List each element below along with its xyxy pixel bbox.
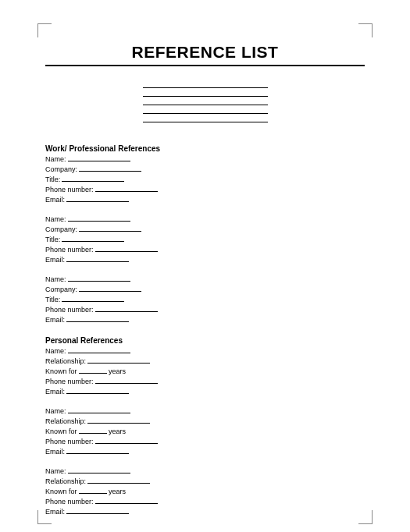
field-email: Email:: [45, 387, 365, 397]
blank-underline: [79, 427, 107, 434]
field-phone: Phone number:: [45, 305, 365, 315]
blank-underline: [95, 497, 158, 504]
blank-underline: [79, 487, 107, 494]
field-phone: Phone number:: [45, 377, 365, 387]
blank-underline: [66, 315, 129, 322]
blank-underline: [87, 356, 150, 364]
field-phone: Phone number:: [45, 185, 365, 195]
field-relationship: Relationship:: [45, 356, 365, 367]
blank-line: [143, 89, 268, 97]
blank-underline: [87, 417, 150, 424]
work-section-heading: Work/ Professional References: [45, 144, 365, 153]
field-name: Name:: [45, 215, 365, 225]
field-name: Name:: [45, 154, 365, 165]
blank-underline: [79, 165, 141, 172]
personal-section-heading: Personal References: [45, 336, 365, 345]
field-company: Company:: [45, 285, 365, 295]
blank-underline: [68, 346, 130, 353]
blank-line: [143, 80, 268, 88]
field-email: Email:: [45, 195, 365, 205]
field-relationship: Relationship:: [45, 417, 365, 427]
blank-underline: [66, 507, 129, 514]
crop-mark-tl: [37, 23, 52, 37]
blank-underline: [62, 175, 124, 182]
field-phone: Phone number:: [45, 245, 365, 255]
work-reference-entry: Name: Company: Title: Phone number: Emai…: [45, 215, 365, 265]
blank-underline: [68, 406, 130, 413]
work-reference-entry: Name: Company: Title: Phone number: Emai…: [45, 275, 365, 325]
field-email: Email:: [45, 315, 365, 325]
field-title: Title:: [45, 235, 365, 245]
blank-underline: [95, 245, 158, 252]
blank-underline: [95, 305, 158, 312]
blank-line: [143, 106, 268, 114]
blank-underline: [66, 387, 129, 394]
field-company: Company:: [45, 225, 365, 235]
blank-underline: [68, 154, 130, 161]
page-title: REFERENCE LIST: [45, 43, 365, 66]
field-phone: Phone number:: [45, 437, 365, 447]
page: REFERENCE LIST Work/ Professional Refere…: [0, 0, 410, 532]
blank-underline: [66, 255, 129, 262]
blank-underline: [68, 275, 130, 282]
blank-underline: [79, 225, 141, 232]
field-title: Title:: [45, 295, 365, 305]
personal-reference-entry: Name: Relationship: Known for years Phon…: [45, 466, 365, 517]
crop-mark-br: [358, 510, 373, 524]
field-name: Name:: [45, 275, 365, 285]
blank-underline: [62, 235, 124, 242]
field-email: Email:: [45, 507, 365, 517]
personal-reference-entry: Name: Relationship: Known for years Phon…: [45, 346, 365, 397]
blank-underline: [68, 466, 130, 473]
field-name: Name:: [45, 466, 365, 477]
field-known-for: Known for years: [45, 487, 365, 497]
header-blank-lines: [143, 80, 268, 122]
field-relationship: Relationship:: [45, 477, 365, 487]
blank-underline: [87, 477, 150, 484]
blank-underline: [95, 437, 158, 444]
field-email: Email:: [45, 255, 365, 265]
blank-underline: [95, 377, 158, 384]
blank-underline: [66, 447, 129, 454]
blank-underline: [62, 295, 124, 302]
field-name: Name:: [45, 346, 365, 356]
crop-mark-tr: [358, 23, 373, 37]
crop-mark-bl: [37, 510, 52, 524]
field-name: Name:: [45, 406, 365, 417]
blank-line: [143, 98, 268, 105]
blank-underline: [79, 285, 141, 292]
field-company: Company:: [45, 165, 365, 175]
field-email: Email:: [45, 447, 365, 457]
field-known-for: Known for years: [45, 427, 365, 437]
work-reference-entry: Name: Company: Title: Phone number: Emai…: [45, 154, 365, 205]
blank-underline: [68, 215, 130, 222]
blank-underline: [79, 367, 107, 374]
field-phone: Phone number:: [45, 497, 365, 507]
personal-reference-entry: Name: Relationship: Known for years Phon…: [45, 406, 365, 457]
blank-underline: [66, 195, 129, 202]
blank-underline: [95, 185, 158, 192]
blank-line: [143, 115, 268, 122]
field-known-for: Known for years: [45, 367, 365, 377]
field-title: Title:: [45, 175, 365, 185]
